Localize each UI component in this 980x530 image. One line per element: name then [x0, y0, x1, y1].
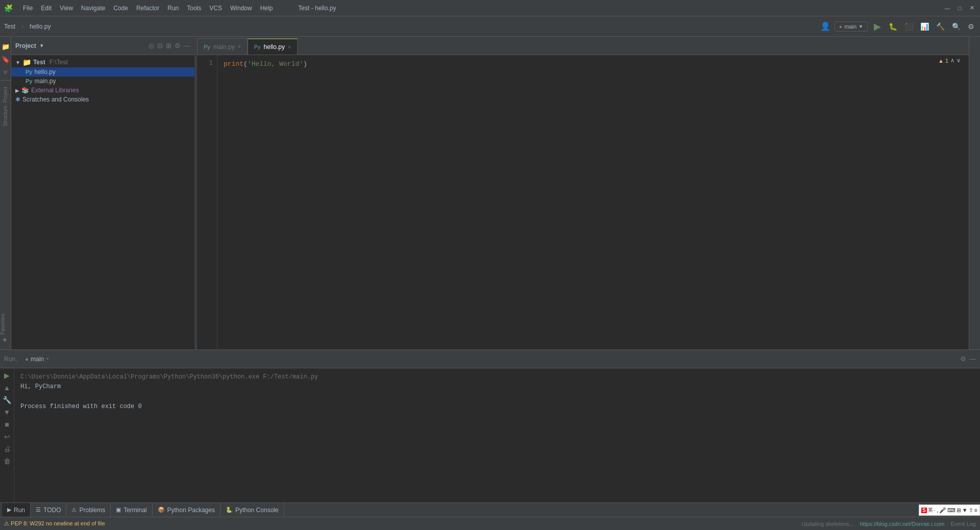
event-log-link[interactable]: Event Log — [950, 521, 976, 527]
ime-mic-icon[interactable]: 🎤 — [939, 507, 946, 514]
bottom-tab-run[interactable]: ▶ Run — [2, 503, 31, 517]
bookmark-icon: 🔖 — [0, 54, 12, 65]
run-tab-close[interactable]: × — [46, 356, 49, 362]
run-stop-btn[interactable]: ■ — [2, 419, 12, 430]
tree-root-item[interactable]: ▼ 📁 Test F:\Test — [11, 57, 194, 67]
prev-warning-icon[interactable]: ∧ — [950, 57, 954, 64]
ime-grid-icon[interactable]: ⊞ — [957, 507, 961, 514]
menu-navigate[interactable]: Navigate — [77, 3, 109, 14]
run-tab-main[interactable]: ● main × — [21, 354, 53, 365]
tree-item-main[interactable]: Py main.py — [11, 77, 194, 86]
run-up-btn[interactable]: ▲ — [2, 383, 12, 393]
settings-icon[interactable]: ⚙ — [175, 42, 181, 49]
coverage-icon[interactable]: ⬛ — [903, 21, 915, 32]
project-section-group: 📁 🔖 ≡ — [0, 39, 11, 81]
run-play-btn[interactable]: ▶ — [2, 370, 12, 381]
project-vert-label[interactable]: Project — [3, 87, 8, 103]
editor-section: 📁 🔖 ≡ Project Structure Favorites ★ Proj… — [0, 37, 980, 349]
next-warning-icon[interactable]: ∨ — [957, 57, 961, 64]
code-area[interactable]: print ( 'Hello, World' ) — [217, 55, 969, 349]
menu-tools[interactable]: Tools — [183, 3, 205, 14]
run-output-line1: Hi, PyCharm — [20, 382, 974, 392]
menu-run[interactable]: Run — [163, 3, 183, 14]
file-name-hello: hello.py — [34, 68, 55, 75]
title-bar-left: 🧩 File Edit View Navigate Code Refactor … — [4, 3, 336, 14]
run-minimize-icon[interactable]: — — [969, 355, 976, 363]
right-gutter — [969, 37, 980, 349]
file-name-main: main.py — [34, 78, 56, 85]
menu-edit[interactable]: Edit — [37, 3, 56, 14]
status-link[interactable]: https://blog.csdn.net/Donnie.i.com — [860, 521, 945, 527]
bottom-tab-todo[interactable]: ☰ TODO — [31, 503, 66, 517]
tab-main-py-close[interactable]: × — [238, 44, 241, 49]
tree-item-scratches[interactable]: ✱ Scratches and Consoles — [11, 95, 194, 104]
run-config-arrow: ▼ — [859, 24, 863, 29]
ime-menu-icon[interactable]: ≡ — [974, 507, 977, 513]
run-print-btn[interactable]: 🖨 — [2, 444, 12, 454]
structure-vert-label[interactable]: Structure — [3, 106, 8, 127]
menu-window[interactable]: Window — [226, 3, 256, 14]
project-tree: ▼ 📁 Test F:\Test Py hello.py Py main.py — [11, 55, 194, 349]
run-down-btn[interactable]: ▼ — [2, 407, 12, 417]
search-icon[interactable]: 🔍 — [950, 21, 962, 32]
run-configuration[interactable]: ● main ▼ — [835, 21, 868, 32]
maximize-button[interactable]: □ — [955, 4, 964, 12]
expand-icon[interactable]: ⊞ — [166, 42, 172, 49]
problems-tab-icon: ⚠ — [71, 507, 77, 513]
run-panel-header-left: Run: ● main × — [4, 354, 53, 365]
tab-hello-py[interactable]: Py hello.py × — [248, 38, 298, 55]
run-button[interactable]: ▶ — [872, 21, 883, 32]
bottom-tab-terminal[interactable]: ▣ Terminal — [111, 503, 152, 517]
bottom-tab-problems[interactable]: ⚠ Problems — [66, 503, 111, 517]
build-icon[interactable]: 🔨 — [935, 21, 946, 32]
tree-item-external[interactable]: ▶ 📚 External Libraries — [11, 86, 194, 95]
run-wrap-btn[interactable]: ↩ — [2, 432, 12, 442]
run-settings-icon[interactable]: ⚙ — [960, 355, 966, 363]
bottom-tab-python-packages[interactable]: 📦 Python Packages — [153, 503, 220, 517]
ime-up-icon[interactable]: ⇧ — [969, 507, 973, 514]
tab-hello-py-close[interactable]: × — [288, 44, 291, 50]
close-button[interactable]: ✕ — [968, 4, 976, 12]
debug-icon[interactable]: 🐛 — [887, 21, 899, 32]
tab-main-py[interactable]: Py main.py × — [197, 38, 248, 55]
run-trash-btn[interactable]: 🗑 — [2, 456, 12, 466]
python-console-tab-icon: 🐍 — [226, 507, 233, 513]
run-wrench-btn[interactable]: 🔧 — [2, 395, 12, 405]
status-bar: ⚠ PEP 8: W292 no newline at end of file … — [0, 517, 980, 530]
toolbar-right: 👤 ● main ▼ ▶ 🐛 ⬛ 📊 🔨 🔍 ⚙ — [820, 21, 976, 32]
project-dropdown-arrow[interactable]: ▼ — [39, 43, 44, 48]
menu-help[interactable]: Help — [256, 3, 277, 14]
close-panel-icon[interactable]: — — [184, 42, 190, 49]
run-label: Run: — [4, 356, 17, 363]
profile-icon[interactable]: 📊 — [919, 21, 930, 32]
string-arg: 'Hello, World' — [248, 59, 303, 69]
settings-icon[interactable]: ⚙ — [966, 21, 976, 32]
external-chevron: ▶ — [15, 88, 19, 93]
menu-file[interactable]: File — [19, 3, 37, 14]
minimize-button[interactable]: — — [943, 4, 951, 12]
menu-view[interactable]: View — [56, 3, 77, 14]
ime-arrow[interactable]: ▼ — [962, 507, 968, 513]
py-icon-hello: Py — [26, 69, 32, 75]
star-icon[interactable]: ★ — [0, 334, 10, 345]
menu-vcs[interactable]: VCS — [205, 3, 226, 14]
project-header-left: Project ▼ — [15, 42, 44, 49]
favorites-vert-label[interactable]: Favorites — [0, 314, 6, 335]
warning-badge[interactable]: ▲ 1 — [938, 58, 948, 64]
editor-content: 1 print ( 'Hello, World' ) ▲ 1 ∧ ∨ — [197, 55, 969, 349]
title-bar-title: Test - hello.py — [298, 5, 336, 12]
menu-code[interactable]: Code — [109, 3, 132, 14]
run-panel-controls: ⚙ — — [960, 355, 976, 363]
scratches-icon: ✱ — [15, 96, 20, 103]
menu-refactor[interactable]: Refactor — [132, 3, 163, 14]
bottom-tab-python-console[interactable]: 🐍 Python Console — [220, 503, 284, 517]
ime-kbd-icon[interactable]: ⌨ — [947, 507, 955, 514]
locate-icon[interactable]: ◎ — [149, 42, 154, 49]
toolbar-project-name: Test — [4, 23, 15, 30]
collapse-all-icon[interactable]: ⊟ — [157, 42, 163, 49]
run-tab-icon: ● — [25, 356, 29, 362]
user-icon[interactable]: 👤 — [820, 21, 830, 31]
toolbar-file-name: hello.py — [30, 23, 51, 30]
tree-item-hello[interactable]: Py hello.py — [11, 67, 194, 77]
tab-hello-py-label: hello.py — [264, 43, 285, 51]
